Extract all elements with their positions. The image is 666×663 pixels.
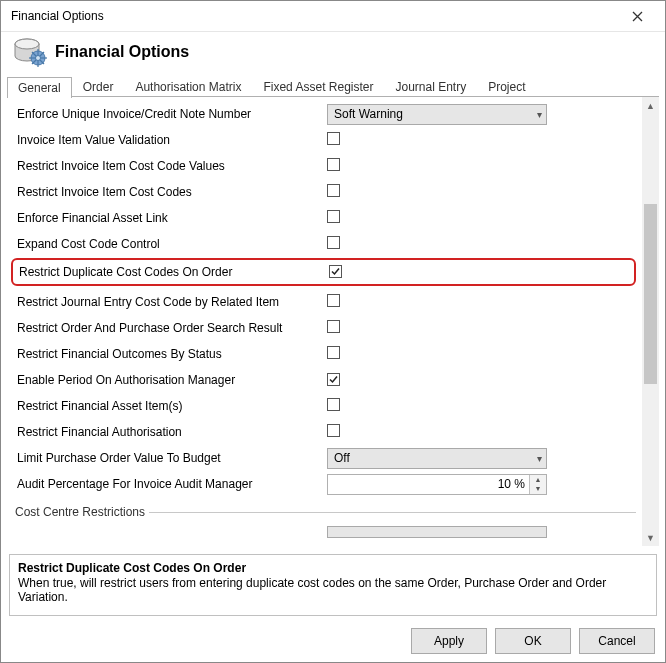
option-label: Invoice Item Value Validation — [13, 133, 327, 147]
tab-general[interactable]: General — [7, 77, 72, 98]
option-label: Restrict Duplicate Cost Codes On Order — [15, 265, 329, 279]
group-divider — [149, 512, 636, 513]
checkbox-restrict-financial-asset-items[interactable] — [327, 398, 340, 411]
spin-buttons: ▲ ▼ — [529, 475, 546, 494]
checkbox-restrict-duplicate-cost-codes[interactable] — [329, 265, 342, 278]
option-label: Restrict Invoice Item Cost Codes — [13, 185, 327, 199]
tab-order[interactable]: Order — [72, 76, 125, 97]
svg-point-1 — [15, 39, 39, 49]
svg-point-7 — [36, 56, 41, 61]
option-label: Enforce Financial Asset Link — [13, 211, 327, 225]
database-gear-icon — [13, 36, 47, 68]
description-body: When true, will restrict users from ente… — [18, 576, 648, 604]
scrollbar-track[interactable] — [642, 114, 659, 529]
checkbox-restrict-invoice-cost-codes[interactable] — [327, 184, 340, 197]
option-row: Invoice Item Value Validation — [13, 127, 636, 153]
checkbox-invoice-item-value-validation[interactable] — [327, 132, 340, 145]
chevron-down-icon: ▾ — [537, 453, 542, 464]
page-title: Financial Options — [55, 43, 189, 61]
checkbox-restrict-financial-outcomes[interactable] — [327, 346, 340, 359]
option-row-highlighted: Restrict Duplicate Cost Codes On Order — [11, 258, 636, 286]
option-row: Restrict Financial Asset Item(s) — [13, 393, 636, 419]
truncated-row — [13, 521, 636, 539]
dialog-window: Financial Options Financial Options — [0, 0, 666, 663]
option-label: Expand Cost Code Control — [13, 237, 327, 251]
combo-limit-po-value-budget[interactable]: Off ▾ — [327, 448, 547, 469]
option-label: Restrict Order And Purchase Order Search… — [13, 321, 327, 335]
checkbox-restrict-journal-entry-cost-code[interactable] — [327, 294, 340, 307]
tab-label: General — [18, 81, 61, 95]
scroll-down-icon[interactable]: ▼ — [642, 529, 659, 546]
tab-content-general: Enforce Unique Invoice/Credit Note Numbe… — [7, 97, 642, 546]
ok-button[interactable]: OK — [495, 628, 571, 654]
button-label: OK — [524, 634, 541, 648]
spin-audit-percentage[interactable]: 10 % ▲ ▼ — [327, 474, 547, 495]
option-row: Restrict Order And Purchase Order Search… — [13, 315, 636, 341]
button-label: Apply — [434, 634, 464, 648]
tab-label: Fixed Asset Register — [263, 80, 373, 94]
combo-value: Off — [334, 451, 350, 465]
option-label: Limit Purchase Order Value To Budget — [13, 451, 327, 465]
checkbox-expand-cost-code-control[interactable] — [327, 236, 340, 249]
spin-up-icon[interactable]: ▲ — [530, 475, 546, 485]
option-row: Restrict Financial Authorisation — [13, 419, 636, 445]
button-label: Cancel — [598, 634, 635, 648]
description-panel: Restrict Duplicate Cost Codes On Order W… — [9, 554, 657, 616]
dialog-footer: Apply OK Cancel — [1, 620, 665, 662]
combo-truncated[interactable] — [327, 526, 547, 538]
cancel-button[interactable]: Cancel — [579, 628, 655, 654]
group-label-text: Cost Centre Restrictions — [13, 505, 149, 519]
option-label: Restrict Financial Authorisation — [13, 425, 327, 439]
chevron-down-icon: ▾ — [537, 109, 542, 120]
checkbox-enforce-financial-asset-link[interactable] — [327, 210, 340, 223]
option-row: Restrict Invoice Item Cost Codes — [13, 179, 636, 205]
combo-enforce-unique-invoice[interactable]: Soft Warning ▾ — [327, 104, 547, 125]
option-row: Enable Period On Authorisation Manager — [13, 367, 636, 393]
option-row: Expand Cost Code Control — [13, 231, 636, 257]
tab-label: Journal Entry — [395, 80, 466, 94]
tab-journal-entry[interactable]: Journal Entry — [384, 76, 477, 97]
titlebar: Financial Options — [1, 1, 665, 32]
option-label: Restrict Financial Outcomes By Status — [13, 347, 327, 361]
option-label: Restrict Financial Asset Item(s) — [13, 399, 327, 413]
option-row: Restrict Journal Entry Cost Code by Rela… — [13, 289, 636, 315]
tab-project[interactable]: Project — [477, 76, 536, 97]
option-label: Restrict Journal Entry Cost Code by Rela… — [13, 295, 327, 309]
option-row: Enforce Unique Invoice/Credit Note Numbe… — [13, 101, 636, 127]
checkbox-restrict-financial-authorisation[interactable] — [327, 424, 340, 437]
tab-authorisation-matrix[interactable]: Authorisation Matrix — [124, 76, 252, 97]
tab-label: Authorisation Matrix — [135, 80, 241, 94]
dialog-header: Financial Options — [1, 32, 665, 76]
window-title: Financial Options — [11, 9, 104, 23]
checkbox-restrict-order-search-result[interactable] — [327, 320, 340, 333]
option-label: Restrict Invoice Item Cost Code Values — [13, 159, 327, 173]
tab-label: Project — [488, 80, 525, 94]
description-title: Restrict Duplicate Cost Codes On Order — [18, 561, 648, 575]
vertical-scrollbar[interactable]: ▲ ▼ — [642, 97, 659, 546]
option-row: Restrict Financial Outcomes By Status — [13, 341, 636, 367]
scroll-up-icon[interactable]: ▲ — [642, 97, 659, 114]
tab-fixed-asset-register[interactable]: Fixed Asset Register — [252, 76, 384, 97]
option-control: Soft Warning ▾ — [327, 104, 636, 125]
option-label: Audit Percentage For Invoice Audit Manag… — [13, 477, 327, 491]
apply-button[interactable]: Apply — [411, 628, 487, 654]
spin-value: 10 % — [328, 477, 529, 491]
tab-label: Order — [83, 80, 114, 94]
close-icon — [632, 11, 643, 22]
option-row: Enforce Financial Asset Link — [13, 205, 636, 231]
close-button[interactable] — [617, 1, 657, 31]
scrollbar-thumb[interactable] — [644, 204, 657, 384]
content-area: Enforce Unique Invoice/Credit Note Numbe… — [7, 97, 659, 546]
group-cost-centre-restrictions: Cost Centre Restrictions — [13, 503, 636, 521]
option-row: Audit Percentage For Invoice Audit Manag… — [13, 471, 636, 497]
option-row: Restrict Invoice Item Cost Code Values — [13, 153, 636, 179]
checkbox-enable-period-auth-manager[interactable] — [327, 373, 340, 386]
combo-value: Soft Warning — [334, 107, 403, 121]
option-label: Enable Period On Authorisation Manager — [13, 373, 327, 387]
checkbox-restrict-invoice-cost-code-values[interactable] — [327, 158, 340, 171]
option-row: Limit Purchase Order Value To Budget Off… — [13, 445, 636, 471]
spin-down-icon[interactable]: ▼ — [530, 484, 546, 494]
option-label: Enforce Unique Invoice/Credit Note Numbe… — [13, 107, 327, 121]
tab-bar: General Order Authorisation Matrix Fixed… — [1, 76, 665, 97]
